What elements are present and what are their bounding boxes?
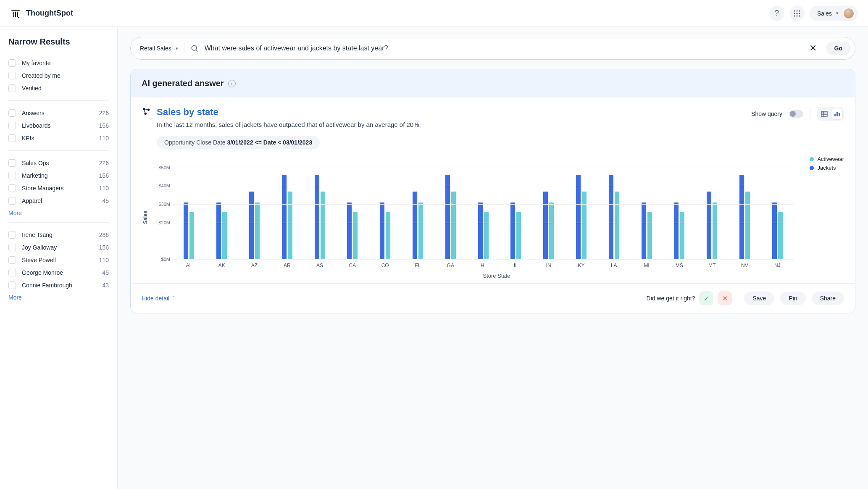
bar[interactable] xyxy=(707,192,711,259)
filter-item[interactable]: George Monroe 45 xyxy=(8,266,109,279)
bar[interactable] xyxy=(386,212,390,259)
filter-item[interactable]: Irene Tsang 286 xyxy=(8,229,109,241)
date-filter-chip[interactable]: Opportunity Close Date 3/01/2022 <= Date… xyxy=(157,136,320,149)
datasource-selector[interactable]: Retail Sales ▾ xyxy=(140,42,184,55)
filter-item[interactable]: Store Managers 110 xyxy=(8,182,109,195)
checkbox[interactable] xyxy=(8,231,16,239)
bar[interactable] xyxy=(516,212,521,259)
pin-button[interactable]: Pin xyxy=(780,292,805,305)
bar[interactable] xyxy=(647,212,652,259)
search-input[interactable] xyxy=(205,45,800,52)
table-view-button[interactable] xyxy=(819,108,830,119)
checkbox[interactable] xyxy=(8,281,16,289)
filter-item[interactable]: Joy Galloway 156 xyxy=(8,241,109,254)
bar[interactable] xyxy=(642,202,646,259)
checkbox[interactable] xyxy=(8,134,16,142)
filter-item[interactable]: Sales Ops 226 xyxy=(8,157,109,169)
bar[interactable] xyxy=(739,175,744,259)
show-query-toggle[interactable] xyxy=(789,110,803,118)
checkbox[interactable] xyxy=(8,72,16,79)
bar[interactable] xyxy=(282,175,287,259)
bar[interactable] xyxy=(418,202,423,259)
filter-item[interactable]: Marketing 156 xyxy=(8,169,109,182)
bar[interactable] xyxy=(216,202,221,259)
bar[interactable] xyxy=(549,202,554,259)
feedback-yes-button[interactable]: ✓ xyxy=(699,291,713,305)
more-link[interactable]: More xyxy=(8,210,22,216)
go-button[interactable]: Go xyxy=(826,42,851,55)
bar[interactable] xyxy=(543,192,548,259)
bar[interactable] xyxy=(674,202,679,259)
filter-item[interactable]: Created by me xyxy=(8,69,109,82)
bar[interactable] xyxy=(778,212,783,259)
filter-item[interactable]: Verified xyxy=(8,82,109,95)
divider xyxy=(738,293,738,304)
x-tick: MT xyxy=(696,263,729,268)
checkbox[interactable] xyxy=(8,159,16,167)
bar[interactable] xyxy=(413,192,417,259)
checkbox[interactable] xyxy=(8,269,16,276)
filter-item[interactable]: Answers 226 xyxy=(8,107,109,119)
bar[interactable] xyxy=(184,202,188,259)
bar[interactable] xyxy=(772,202,777,259)
bar-group xyxy=(271,158,303,259)
bar[interactable] xyxy=(609,175,613,259)
bar-group xyxy=(467,158,500,259)
x-tick: LA xyxy=(597,263,630,268)
bar[interactable] xyxy=(451,192,456,259)
filter-item[interactable]: Liveboards 156 xyxy=(8,119,109,132)
bar[interactable] xyxy=(745,192,750,259)
hide-detail-button[interactable]: Hide detail ˄ xyxy=(142,295,175,302)
bar[interactable] xyxy=(353,212,358,259)
feedback-no-button[interactable]: ✕ xyxy=(718,291,732,305)
checkbox[interactable] xyxy=(8,256,16,264)
clear-search-button[interactable]: ✕ xyxy=(806,43,820,54)
bar[interactable] xyxy=(347,202,352,259)
bar[interactable] xyxy=(576,175,581,259)
bar[interactable] xyxy=(315,175,319,259)
checkbox[interactable] xyxy=(8,197,16,205)
checkbox[interactable] xyxy=(8,172,16,179)
bar[interactable] xyxy=(582,192,587,259)
info-icon[interactable]: i xyxy=(228,80,236,87)
checkbox[interactable] xyxy=(8,244,16,251)
bar[interactable] xyxy=(321,192,325,259)
workspace-switcher[interactable]: Sales ▾ xyxy=(810,6,858,21)
bar[interactable] xyxy=(445,175,450,259)
filter-item[interactable]: Apparel 45 xyxy=(8,195,109,207)
filter-item[interactable]: Steve Powell 110 xyxy=(8,254,109,266)
chart-view-button[interactable] xyxy=(831,108,842,119)
bar[interactable] xyxy=(189,212,194,259)
x-tick: AK xyxy=(205,263,238,268)
share-button[interactable]: Share xyxy=(812,292,844,305)
checkbox[interactable] xyxy=(8,122,16,129)
checkbox[interactable] xyxy=(8,184,16,192)
filter-item[interactable]: My favorite xyxy=(8,57,109,69)
bar[interactable] xyxy=(510,202,515,259)
bar[interactable] xyxy=(680,212,684,259)
legend-item[interactable]: Jackets xyxy=(810,165,844,171)
bar[interactable] xyxy=(222,212,227,259)
checkbox[interactable] xyxy=(8,59,16,67)
legend-label: Jackets xyxy=(817,165,836,171)
bar[interactable] xyxy=(484,212,489,259)
bar[interactable] xyxy=(255,202,260,259)
filter-item[interactable]: Connie Fambrough 43 xyxy=(8,279,109,292)
filter-item[interactable]: KPIs 110 xyxy=(8,132,109,145)
more-link[interactable]: More xyxy=(8,294,22,301)
brand[interactable]: ThoughtSpot xyxy=(10,8,73,19)
bar[interactable] xyxy=(380,202,384,259)
bar[interactable] xyxy=(615,192,619,259)
filter-label: Apparel xyxy=(22,197,102,204)
legend-item[interactable]: Activewear xyxy=(810,156,844,162)
bar[interactable] xyxy=(288,192,292,259)
apps-button[interactable] xyxy=(789,6,805,21)
help-button[interactable]: ? xyxy=(769,6,784,21)
bar[interactable] xyxy=(249,192,254,259)
bar[interactable] xyxy=(478,202,483,259)
checkbox[interactable] xyxy=(8,109,16,117)
filter-label: My favorite xyxy=(22,60,109,66)
bar[interactable] xyxy=(713,202,717,259)
checkbox[interactable] xyxy=(8,84,16,92)
save-button[interactable]: Save xyxy=(744,292,774,305)
